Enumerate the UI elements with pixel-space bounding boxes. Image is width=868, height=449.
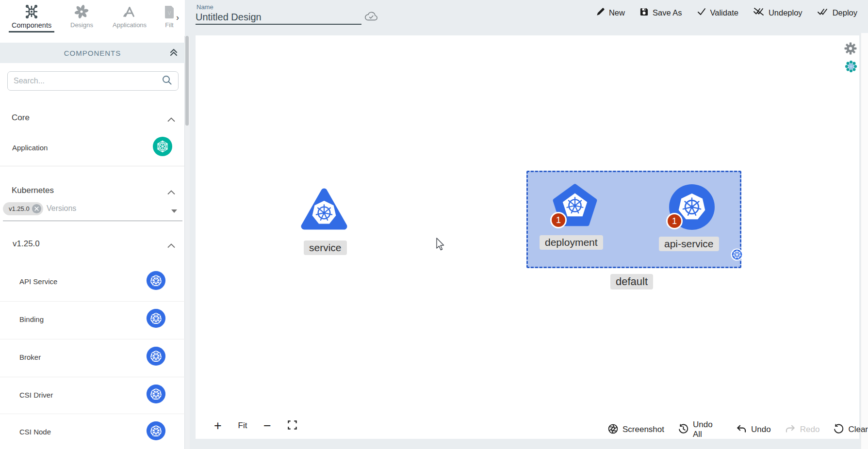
deploy-button[interactable]: Deploy — [817, 7, 857, 18]
double-check-icon — [817, 7, 829, 18]
undeploy-button[interactable]: Undeploy — [753, 7, 802, 18]
group-kubernetes-badge-icon[interactable] — [731, 248, 743, 263]
node-label-api-service[interactable]: api-service — [659, 237, 719, 251]
undo-button[interactable]: Undo — [736, 424, 771, 435]
kubernetes-icon — [146, 308, 166, 330]
design-name-underline — [196, 24, 361, 25]
redo-icon — [785, 424, 796, 435]
redo-button[interactable]: Redo — [785, 424, 820, 435]
component-item-api-service[interactable]: API Service — [0, 263, 185, 299]
kubernetes-context-icon[interactable] — [845, 60, 857, 75]
kubernetes-section-title: Kubernetes — [12, 186, 54, 195]
tab-label: Filt — [165, 21, 173, 29]
panel-header: COMPONENTS — [0, 43, 185, 63]
sidebar-scrollbar[interactable] — [185, 36, 190, 449]
component-sidebar: Components Designs — [0, 0, 185, 449]
canvas-settings-gear-icon[interactable] — [844, 42, 857, 57]
component-search — [7, 71, 179, 91]
svg-text:V: V — [168, 11, 171, 16]
node-label-deployment[interactable]: deployment — [540, 235, 603, 250]
search-input[interactable] — [14, 77, 162, 85]
tab-label: Applications — [113, 21, 147, 29]
node-label-service[interactable]: service — [304, 241, 347, 255]
zoom-in-button[interactable]: + — [212, 420, 224, 432]
double-check-slash-icon — [753, 7, 765, 18]
versions-placeholder[interactable]: Versions — [47, 204, 76, 213]
fit-button[interactable]: Fit — [237, 421, 248, 431]
tab-filters[interactable]: V Filt — [164, 3, 175, 29]
tabs-scroll-right-icon[interactable]: › — [176, 13, 179, 23]
component-item-binding[interactable]: Binding — [0, 301, 185, 337]
save-as-button[interactable]: Save As — [639, 7, 682, 18]
kubernetes-collapse-icon[interactable] — [167, 188, 175, 197]
kubernetes-icon — [146, 346, 166, 368]
screenshot-button[interactable]: Screenshot — [608, 424, 664, 436]
applications-icon — [122, 3, 137, 20]
designs-icon — [74, 3, 89, 20]
tab-label: Components — [12, 21, 51, 29]
version-group-collapse-icon[interactable] — [167, 241, 175, 250]
clear-restore-icon — [834, 424, 844, 436]
sidebar-scrollbar-thumb[interactable] — [185, 36, 189, 126]
top-action-bar: New Save As Validate Undeploy — [596, 7, 857, 18]
filters-icon: V — [164, 3, 175, 20]
canvas-action-bar: Screenshot Undo All Undo Redo — [608, 420, 868, 439]
version-chip-label: v1.25.0 — [9, 205, 30, 212]
tab-applications[interactable]: Applications — [113, 3, 147, 29]
versions-dropdown-icon[interactable] — [171, 209, 177, 213]
section-divider — [0, 166, 185, 166]
remove-version-icon[interactable] — [32, 204, 41, 213]
pencil-icon — [596, 7, 605, 18]
tab-components[interactable]: Components — [12, 3, 51, 29]
check-icon — [697, 7, 706, 18]
zoom-out-button[interactable]: − — [262, 420, 273, 432]
component-item-csi-node[interactable]: CSI Node — [0, 414, 185, 449]
tab-designs[interactable]: Designs — [70, 3, 93, 29]
components-icon — [24, 3, 39, 20]
item-label: Application — [12, 144, 153, 152]
zoom-controls: + Fit − — [212, 420, 298, 432]
kubernetes-icon — [146, 384, 166, 406]
collapse-panel-icon[interactable] — [169, 48, 179, 59]
new-button[interactable]: New — [596, 7, 625, 18]
version-group-title: v1.25.0 — [13, 239, 40, 249]
core-collapse-icon[interactable] — [167, 115, 175, 124]
validate-button[interactable]: Validate — [697, 7, 738, 18]
design-name-label: Name — [197, 3, 213, 11]
kubernetes-icon — [146, 271, 166, 292]
version-chip[interactable]: v1.25.0 — [3, 202, 43, 215]
undo-icon — [736, 424, 747, 435]
save-icon — [639, 7, 649, 18]
clear-button[interactable]: Clear — [834, 424, 868, 436]
component-item-application[interactable]: Application — [0, 137, 185, 158]
sidebar-tabbar: Components Designs — [0, 0, 185, 36]
core-section-title: Core — [12, 113, 30, 123]
meshery-application-icon[interactable] — [153, 137, 172, 158]
component-item-broker[interactable]: Broker — [0, 339, 185, 375]
panel-title: COMPONENTS — [64, 49, 121, 57]
versions-underline — [3, 221, 182, 221]
tab-label: Designs — [70, 21, 93, 29]
node-service[interactable] — [300, 185, 348, 236]
search-icon[interactable] — [162, 75, 172, 87]
node-badge-api-service: 1 — [666, 213, 683, 229]
cloud-sync-icon — [364, 11, 378, 24]
fullscreen-icon[interactable] — [286, 420, 298, 432]
shutter-icon — [608, 424, 618, 436]
window-scrollbar[interactable] — [861, 33, 868, 449]
group-label-default[interactable]: default — [610, 274, 653, 289]
node-badge-deployment: 1 — [550, 212, 567, 228]
design-name-input[interactable] — [196, 12, 356, 23]
component-item-csi-driver[interactable]: CSI Driver — [0, 377, 185, 413]
undo-all-button[interactable]: Undo All — [678, 420, 722, 439]
kubernetes-icon — [146, 421, 166, 443]
restore-icon — [678, 424, 688, 436]
